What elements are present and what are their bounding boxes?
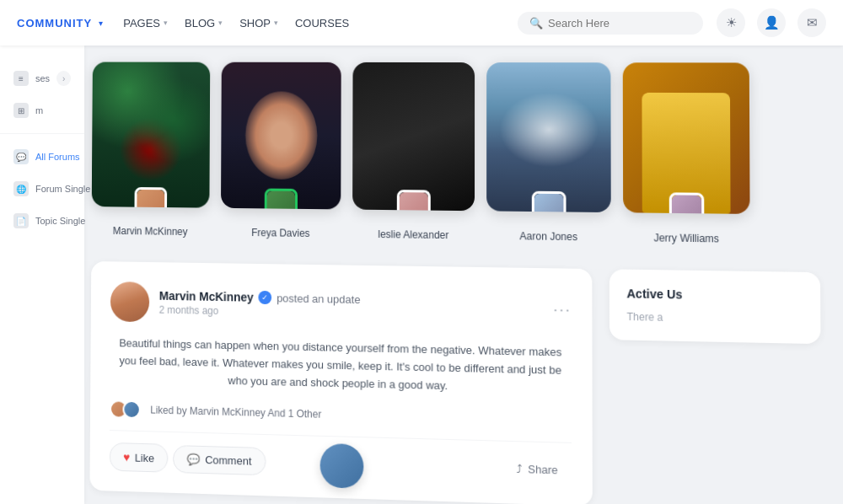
active-users-title: Active Us <box>626 287 803 303</box>
like-text: Liked by Marvin McKinney And 1 Other <box>150 405 321 421</box>
theme-toggle-button[interactable]: ☀ <box>717 8 745 37</box>
story-face <box>244 91 317 180</box>
avatar-face-2 <box>266 191 294 210</box>
post-options-button[interactable]: ··· <box>553 300 571 319</box>
heart-icon: ♥ <box>123 451 130 464</box>
nav-shop[interactable]: SHOP ▾ <box>239 17 278 29</box>
post-meta: Marvin McKinney ✓ posted an update 2 mon… <box>159 289 543 323</box>
nav-blog[interactable]: BLOG ▾ <box>185 17 223 29</box>
story-avatar-4 <box>531 191 566 212</box>
nav-shop-label: SHOP <box>239 17 271 29</box>
post-author-name: Marvin McKinney <box>159 289 254 304</box>
story-snow <box>499 92 599 167</box>
avatar-face-5 <box>671 195 701 214</box>
post-likes: Liked by Marvin McKinney And 1 Other <box>110 400 572 444</box>
story-card-4[interactable] <box>486 62 611 212</box>
right-sidebar: Active Us There a <box>609 269 822 504</box>
content-wrapper: Marvin McKinney Freya Davies <box>0 46 843 504</box>
story-item-marvin[interactable]: Marvin McKinney <box>91 62 210 239</box>
sidebar-item-forum-single[interactable]: 🌐 Forum Single <box>0 173 84 205</box>
sidebar-label-m: m <box>35 105 43 115</box>
story-item-jerry[interactable]: Jerry Williams <box>623 62 750 245</box>
active-users-widget: Active Us There a <box>609 269 821 344</box>
sidebar-item-m[interactable]: ⊞ m <box>0 94 84 126</box>
sidebar-item-topic-single[interactable]: 📄 Topic Single <box>0 205 84 237</box>
sidebar-item-all-forums[interactable]: 💬 All Forums <box>0 141 84 173</box>
sidebar-label-forum-single: Forum Single <box>35 184 90 194</box>
active-users-note: There a <box>627 311 803 326</box>
stories-row: Marvin McKinney Freya Davies <box>11 46 843 273</box>
search-bar[interactable]: 🔍 <box>518 12 703 35</box>
expand-icon[interactable]: › <box>56 71 71 86</box>
nav-courses-label: COURSES <box>295 17 349 29</box>
like-avatar-2 <box>122 400 140 419</box>
story-card-5[interactable] <box>623 62 750 214</box>
story-name-1: Marvin McKinney <box>113 225 188 238</box>
post-content: Beautiful things can happen when you dis… <box>110 335 572 398</box>
share-icon: ⤴ <box>517 463 523 476</box>
story-item-leslie[interactable]: leslie Alexander <box>352 62 475 242</box>
forum-single-icon: 🌐 <box>13 181 29 196</box>
sidebar-item-ses[interactable]: ≡ ses › <box>0 62 84 94</box>
avatar-face-1 <box>137 190 164 208</box>
story-avatar-3 <box>396 190 430 211</box>
post-action-text: posted an update <box>277 292 360 306</box>
story-item-aaron[interactable]: Aaron Jones <box>486 62 611 244</box>
brand-arrow[interactable]: ▾ <box>99 19 103 28</box>
ses-icon: ≡ <box>13 71 29 86</box>
all-forums-icon: 💬 <box>13 149 29 164</box>
topic-single-icon: 📄 <box>13 213 29 228</box>
story-bg-leaves <box>92 62 211 208</box>
story-avatar-1 <box>134 187 167 208</box>
story-card-2[interactable] <box>221 62 341 210</box>
search-icon: 🔍 <box>529 17 543 29</box>
comment-icon: 💬 <box>187 453 201 465</box>
story-name-4: Aaron Jones <box>519 230 577 243</box>
nav-pages[interactable]: PAGES ▾ <box>123 17 168 29</box>
like-label: Like <box>135 452 154 465</box>
profile-icon-button[interactable]: 👤 <box>757 8 786 37</box>
comment-button[interactable]: 💬 Comment <box>173 445 266 475</box>
share-button[interactable]: ⤴ Share <box>503 455 572 484</box>
post-avatar <box>110 281 149 322</box>
perspective-container: Marvin McKinney Freya Davies <box>9 46 843 504</box>
story-name-2: Freya Davies <box>251 227 309 239</box>
navbar: COMMUNITY ▾ PAGES ▾ BLOG ▾ SHOP ▾ COURSE… <box>0 0 843 46</box>
like-avatars <box>110 400 136 420</box>
nav-courses[interactable]: COURSES <box>295 17 349 29</box>
avatar-face-3 <box>399 192 427 211</box>
story-card-3[interactable] <box>352 62 475 211</box>
share-label: Share <box>528 463 557 476</box>
post-header: Marvin McKinney ✓ posted an update 2 mon… <box>110 281 572 330</box>
search-input[interactable] <box>548 17 691 29</box>
pages-arrow-icon: ▾ <box>164 19 168 27</box>
feed-area: Marvin McKinney ✓ posted an update 2 mon… <box>9 260 843 504</box>
story-avatar-2 <box>264 189 297 210</box>
brand-label[interactable]: COMMUNITY <box>17 17 92 29</box>
blog-arrow-icon: ▾ <box>218 19 223 27</box>
like-button[interactable]: ♥ Like <box>110 442 169 473</box>
story-card-1[interactable] <box>92 62 211 208</box>
story-avatar-5 <box>668 192 704 214</box>
story-name-3: leslie Alexander <box>378 228 448 241</box>
post-avatar-inner <box>110 281 149 322</box>
comment-label: Comment <box>205 453 251 468</box>
bottom-partial-avatar <box>320 443 364 489</box>
mail-icon-button[interactable]: ✉ <box>797 8 826 37</box>
nav-blog-label: BLOG <box>185 17 215 29</box>
avatar-face-4 <box>534 194 563 212</box>
verified-badge: ✓ <box>259 291 272 304</box>
nav-pages-label: PAGES <box>123 17 160 29</box>
sidebar-label-ses: ses <box>35 73 50 83</box>
story-name-5: Jerry Williams <box>653 232 719 244</box>
shop-arrow-icon: ▾ <box>274 19 278 27</box>
nav-icon-group: ☀ 👤 ✉ <box>717 8 826 37</box>
sidebar-label-topic-single: Topic Single <box>35 216 85 226</box>
story-bg-dark <box>352 62 475 211</box>
m-icon: ⊞ <box>13 103 29 118</box>
story-item-freya[interactable]: Freya Davies <box>221 62 341 240</box>
sidebar-label-all-forums: All Forums <box>35 152 80 162</box>
left-sidebar: ≡ ses › ⊞ m 💬 All Forums 🌐 Forum Single … <box>0 46 84 504</box>
